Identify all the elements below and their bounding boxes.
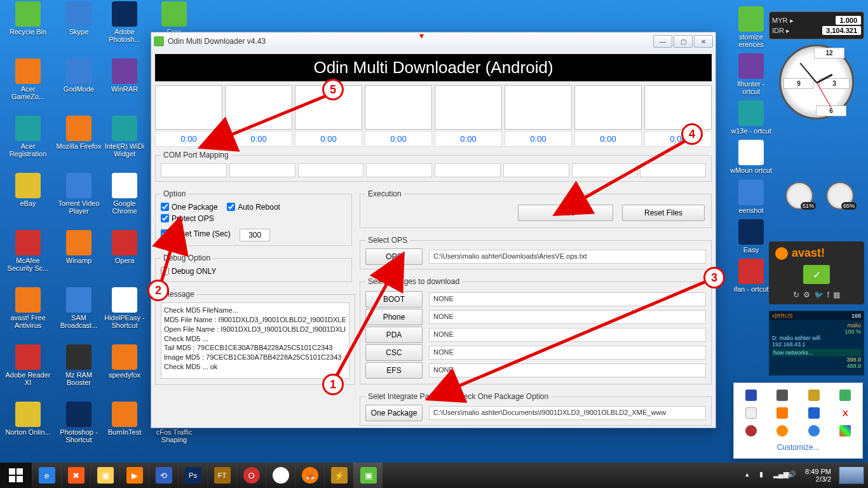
com-port-cell[interactable] bbox=[161, 163, 227, 177]
xirrus-wifi-gadget[interactable]: x|RRUS168 malio 100 % D: malio ashter wi… bbox=[769, 311, 864, 376]
currency-gadget[interactable]: MYR ▸1.000 IDR ▸3,104.321 bbox=[769, 11, 864, 39]
tray-icon[interactable] bbox=[839, 390, 851, 401]
one-package-path-field[interactable]: C:\Users\malio ashter\Documents\I9001DXL… bbox=[429, 406, 706, 420]
taskbar-photoshop[interactable]: Ps bbox=[178, 463, 207, 488]
csc-button[interactable]: CSC bbox=[365, 344, 423, 361]
customize-link[interactable]: Customize... bbox=[740, 443, 856, 452]
taskbar-opera[interactable]: O bbox=[236, 463, 266, 488]
efs-button[interactable]: EFS bbox=[365, 362, 423, 379]
pda-path-field[interactable]: NONE bbox=[429, 328, 706, 342]
user-tile[interactable] bbox=[839, 466, 864, 484]
avast-gadget[interactable]: avast! ✓ ↻⚙🐦f▦ bbox=[769, 241, 864, 304]
desktop-icon[interactable]: Adobe Photosh... bbox=[102, 1, 147, 43]
desktop-icon[interactable]: McAfee Security Sc... bbox=[5, 230, 51, 272]
reset-time-checkbox[interactable]: Reset Time (Sec) bbox=[161, 229, 231, 238]
efs-path-field[interactable]: NONE bbox=[429, 363, 706, 377]
desktop-icon[interactable]: WinRAR bbox=[102, 58, 147, 93]
tray-overflow-popup[interactable]: X Customize... bbox=[733, 383, 863, 459]
csc-path-field[interactable]: NONE bbox=[429, 346, 706, 360]
taskbar-ie[interactable]: e bbox=[32, 463, 61, 488]
tray-icon[interactable] bbox=[808, 425, 820, 437]
desktop-icon[interactable]: Intel(R) WiDi Widget bbox=[102, 116, 147, 158]
desktop-icon[interactable]: BurnInTest bbox=[102, 402, 147, 436]
desktop-icon[interactable]: Opera bbox=[102, 230, 147, 264]
desktop-icon[interactable]: wMoun ortcut bbox=[728, 140, 774, 174]
desktop-icon[interactable]: GodMode bbox=[56, 58, 102, 93]
tray-icon[interactable] bbox=[776, 390, 788, 401]
close-button[interactable]: ✕ bbox=[694, 35, 713, 48]
system-tray[interactable]: ▴ ▮ ▂▄▆ 🔊 8:49 PM2/3/2 bbox=[745, 466, 868, 484]
start-button[interactable]: Start bbox=[518, 205, 613, 221]
tray-icon[interactable] bbox=[776, 407, 788, 419]
reset-files-button[interactable]: Reset Files bbox=[622, 205, 705, 221]
taskbar-app[interactable]: ⟲ bbox=[149, 463, 178, 488]
tray-icon[interactable] bbox=[745, 407, 757, 419]
desktop-icon[interactable]: speedyfox bbox=[102, 344, 147, 379]
desktop-icon[interactable]: Acer GameZo... bbox=[5, 58, 51, 100]
desktop-icon[interactable]: ifan - ortcut bbox=[728, 259, 774, 293]
volume-icon[interactable]: 🔊 bbox=[787, 470, 797, 480]
desktop-icon[interactable]: Mz RAM Booster bbox=[56, 344, 102, 386]
battery-icon[interactable]: ▮ bbox=[759, 470, 770, 480]
taskbar-firefox[interactable]: 🦊 bbox=[295, 463, 324, 488]
desktop-icon[interactable]: Norton Onlin... bbox=[5, 402, 51, 436]
desktop-icon[interactable]: avast! Free Antivirus bbox=[5, 287, 51, 329]
com-port-cell[interactable] bbox=[572, 163, 638, 177]
boot-button[interactable]: BOOT bbox=[365, 291, 423, 308]
debug-only-checkbox[interactable]: Debug ONLY bbox=[161, 267, 216, 276]
com-port-cell[interactable] bbox=[366, 163, 432, 177]
desktop-icon[interactable]: Photoshop - Shortcut bbox=[56, 402, 102, 444]
taskbar-app[interactable]: FT bbox=[207, 463, 236, 488]
desktop-icon[interactable]: HidelPEasy - Shortcut bbox=[102, 287, 147, 329]
desktop-icon[interactable]: w13e - ortcut bbox=[728, 100, 774, 135]
com-port-cell[interactable] bbox=[229, 163, 295, 177]
desktop-icon[interactable]: Adobe Reader XI bbox=[5, 344, 51, 386]
tray-icon[interactable] bbox=[745, 425, 757, 437]
one-package-checkbox[interactable]: One Package bbox=[161, 203, 218, 212]
desktop-icon[interactable]: Skype bbox=[56, 1, 102, 36]
ops-button[interactable]: OPS bbox=[365, 248, 423, 265]
taskbar-winamp[interactable]: ⚡ bbox=[324, 463, 353, 488]
desktop-icon[interactable]: eenshot bbox=[728, 180, 774, 214]
message-log[interactable]: Check MD5 FileName... MD5 File Name : I9… bbox=[161, 302, 349, 379]
com-port-cell[interactable] bbox=[640, 163, 706, 177]
taskbar-app[interactable]: ✖ bbox=[61, 463, 90, 488]
taskbar-clock[interactable]: 8:49 PM2/3/2 bbox=[805, 468, 831, 483]
desktop-icon[interactable]: Winamp bbox=[56, 230, 102, 264]
tray-up-icon[interactable]: ▴ bbox=[745, 470, 756, 480]
minimize-button[interactable]: — bbox=[653, 35, 672, 48]
tray-icon[interactable] bbox=[808, 407, 820, 419]
com-port-cell[interactable] bbox=[435, 163, 501, 177]
protect-ops-checkbox[interactable]: Protect OPS bbox=[161, 214, 214, 223]
tray-icon[interactable] bbox=[808, 390, 820, 401]
pda-button[interactable]: PDA bbox=[365, 327, 423, 343]
desktop-icon[interactable]: Torrent Video Player bbox=[56, 173, 102, 215]
phone-button[interactable]: Phone bbox=[365, 309, 423, 325]
titlebar[interactable]: Odin Multi Downloader v4.43 — ▢ ✕ bbox=[151, 32, 715, 50]
taskbar-explorer[interactable]: ▣ bbox=[90, 463, 119, 488]
auto-reboot-checkbox[interactable]: Auto Reboot bbox=[227, 203, 280, 212]
desktop-icon[interactable]: Mozilla Firefox bbox=[56, 116, 102, 150]
phone-path-field[interactable]: NONE bbox=[429, 310, 706, 324]
desktop-icon[interactable]: Acer Registration bbox=[5, 116, 51, 158]
start-button[interactable] bbox=[0, 463, 32, 488]
desktop-icon[interactable]: SAM Broadcast... bbox=[56, 287, 102, 329]
taskbar[interactable]: e ✖ ▣ ▶ ⟲ Ps FT O ◉ 🦊 ⚡ ▣ ▴ ▮ ▂▄▆ 🔊 8:49… bbox=[0, 463, 868, 488]
tray-icon[interactable] bbox=[776, 425, 788, 437]
com-port-cell[interactable] bbox=[503, 163, 569, 177]
taskbar-odin-active[interactable]: ▣ bbox=[353, 463, 383, 488]
desktop-icon[interactable]: stomize erences bbox=[728, 6, 774, 48]
analog-clock-gadget[interactable]: 12 3 6 9 bbox=[779, 44, 854, 119]
cpu-meter-gadget[interactable]: 51% 65% bbox=[782, 182, 858, 219]
desktop-icon[interactable]: Recycle Bin bbox=[5, 1, 51, 36]
one-package-button[interactable]: One Package bbox=[365, 405, 423, 421]
maximize-button[interactable]: ▢ bbox=[674, 35, 693, 48]
taskbar-media[interactable]: ▶ bbox=[119, 463, 149, 488]
ops-path-field[interactable]: C:\Users\malio ashter\Downloads\AriesVE.… bbox=[429, 250, 706, 264]
desktop-icon[interactable]: eBay bbox=[5, 173, 51, 207]
reset-time-input[interactable] bbox=[240, 229, 270, 241]
tray-icon[interactable] bbox=[745, 390, 757, 401]
taskbar-chrome[interactable]: ◉ bbox=[266, 463, 295, 488]
desktop-icon[interactable]: Google Chrome bbox=[102, 173, 147, 215]
com-port-cell[interactable] bbox=[298, 163, 364, 177]
